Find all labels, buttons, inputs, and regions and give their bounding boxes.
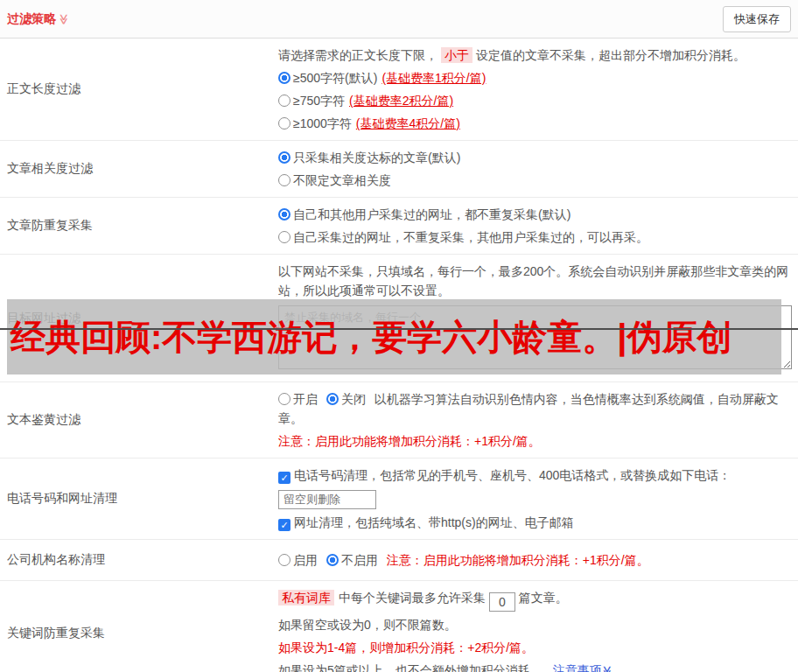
overlay-banner-text: 经典回顾:不学西游记，要学六小龄童。|伪原创 <box>10 313 732 361</box>
quick-save-button[interactable]: 快速保存 <box>723 6 791 32</box>
dedup-option-all-label: 自己和其他用户采集过的网址，都不重复采集(默认) <box>293 207 570 221</box>
radio-unchecked-icon[interactable] <box>278 554 290 566</box>
radio-checked-icon[interactable] <box>278 151 290 164</box>
company-note: 注意：启用此功能将增加积分消耗：+1积分/篇。 <box>387 553 649 567</box>
phone-clean-label: 电话号码清理，包括常见的手机号、座机号、400电话格式，或替换成如下电话： <box>294 468 731 482</box>
radio-unchecked-icon[interactable] <box>278 231 290 243</box>
porn-note: 注意：启用此功能将增加积分消耗：+1积分/篇。 <box>278 431 793 451</box>
row-content-phone-url: 电话号码清理，包括常见的手机号、座机号、400电话格式，或替换成如下电话： 网址… <box>278 458 798 539</box>
radio-checked-icon[interactable] <box>326 554 339 566</box>
checkbox-checked-icon[interactable] <box>278 519 290 531</box>
target-url-desc: 以下网站不采集，只填域名，每行一个，最多200个。系统会自动识别并屏蔽那些非文章… <box>278 262 793 300</box>
page-title[interactable]: 过滤策略 ≫ <box>7 11 70 27</box>
chevron-down-icon: ≫ <box>59 13 69 24</box>
chevron-down-icon: ≫ <box>602 665 612 672</box>
length-option-750[interactable]: ≥750字符(基础费率2积分/篇) <box>278 91 793 110</box>
relevance-option-strict-label: 只采集相关度达标的文章(默认) <box>293 150 460 164</box>
filter-strategy-page: 过滤策略 ≫ 快速保存 正文长度过滤 请选择需求的正文长度下限，小于设定值的文章… <box>0 0 798 672</box>
dedup-option-self[interactable]: 自己采集过的网址，不重复采集，其他用户采集过的，可以再采。 <box>278 228 793 247</box>
row-label-porn: 文本鉴黄过滤 <box>0 382 278 458</box>
length-intro: 请选择需求的正文长度下限，小于设定值的文章不采集，超出部分不增加积分消耗。 <box>278 46 793 65</box>
row-text-length-filter: 正文长度过滤 请选择需求的正文长度下限，小于设定值的文章不采集，超出部分不增加积… <box>0 38 798 141</box>
page-title-label: 过滤策略 <box>7 11 56 27</box>
row-content-porn: 开启 关闭 以机器学习算法自动识别色情内容，当色情概率达到系统阈值，自动屏蔽文章… <box>278 382 798 458</box>
row-company-clean: 公司机构名称清理 启用 不启用 注意：启用此功能将增加积分消耗：+1积分/篇。 <box>0 540 798 581</box>
row-label-dedup: 文章防重复采集 <box>0 198 278 254</box>
length-option-500-label: ≥500字符(默认) <box>293 71 377 85</box>
length-option-1000-label: ≥1000字符 <box>293 116 352 130</box>
relevance-option-any[interactable]: 不限定文章相关度 <box>278 171 793 190</box>
radio-checked-icon[interactable] <box>278 208 290 220</box>
radio-unchecked-icon[interactable] <box>278 174 290 186</box>
keyword-note-cost: 如果设为1-4篇，则增加积分消耗：+2积分/篇。 <box>278 638 793 657</box>
row-dedup-filter: 文章防重复采集 自己和其他用户采集过的网址，都不重复采集(默认) 自己采集过的网… <box>0 198 798 255</box>
row-label-relevance: 文章相关度过滤 <box>0 141 278 197</box>
relevance-option-any-label: 不限定文章相关度 <box>293 173 391 187</box>
keyword-count-input[interactable] <box>489 592 515 612</box>
row-content-company: 启用 不启用 注意：启用此功能将增加积分消耗：+1积分/篇。 <box>278 540 798 580</box>
private-lexicon-badge: 私有词库 <box>278 590 334 606</box>
porn-off-label: 关闭 <box>341 392 366 406</box>
keyword-note-zero: 如果留空或设为0，则不限篇数。 <box>278 615 793 634</box>
page-header: 过滤策略 ≫ 快速保存 <box>0 0 798 38</box>
length-option-500-fee: (基础费率1积分/篇) <box>382 71 486 85</box>
row-relevance-filter: 文章相关度过滤 只采集相关度达标的文章(默认) 不限定文章相关度 <box>0 141 798 198</box>
row-content-dedup: 自己和其他用户采集过的网址，都不重复采集(默认) 自己采集过的网址，不重复采集，… <box>278 198 798 254</box>
keyword-note-five: 如果设为5篇或以上，也不会额外增加积分消耗。 注意事项≫ <box>278 661 793 672</box>
notice-link[interactable]: 注意事项≫ <box>553 663 613 672</box>
row-content-relevance: 只采集相关度达标的文章(默认) 不限定文章相关度 <box>278 141 798 197</box>
url-clean-line: 网址清理，包括纯域名、带http(s)的网址、电子邮箱 <box>278 513 793 532</box>
radio-checked-icon[interactable] <box>278 72 290 84</box>
row-label-company: 公司机构名称清理 <box>0 540 278 580</box>
radio-unchecked-icon[interactable] <box>278 94 290 107</box>
length-option-750-fee: (基础费率2积分/篇) <box>349 94 453 108</box>
keyword-limit-line: 私有词库中每个关键词最多允许采集 篇文章。 <box>278 588 793 612</box>
url-clean-label: 网址清理，包括纯域名、带http(s)的网址、电子邮箱 <box>294 515 574 529</box>
relevance-option-strict[interactable]: 只采集相关度达标的文章(默认) <box>278 148 793 167</box>
row-keyword-dedup: 关键词防重复采集 私有词库中每个关键词最多允许采集 篇文章。 如果留空或设为0，… <box>0 581 798 672</box>
radio-checked-icon[interactable] <box>326 393 339 405</box>
company-off-label: 不启用 <box>341 553 378 567</box>
dedup-option-self-label: 自己采集过的网址，不重复采集，其他用户采集过的，可以再采。 <box>293 230 648 244</box>
replacement-phone-input[interactable] <box>278 490 376 509</box>
porn-on-label: 开启 <box>293 392 318 406</box>
overlay-banner: 经典回顾:不学西游记，要学六小龄童。|伪原创 <box>7 299 781 374</box>
length-intro-post: 设定值的文章不采集，超出部分不增加积分消耗。 <box>476 48 746 62</box>
row-content-text-length: 请选择需求的正文长度下限，小于设定值的文章不采集，超出部分不增加积分消耗。 ≥5… <box>278 38 798 140</box>
length-intro-highlight: 小于 <box>441 47 472 63</box>
keyword-limit-text: 中每个关键词最多允许采集 <box>339 591 486 605</box>
keyword-note-five-text: 如果设为5篇或以上，也不会额外增加积分消耗。 <box>278 663 542 672</box>
length-option-500[interactable]: ≥500字符(默认)(基础费率1积分/篇) <box>278 68 793 88</box>
radio-unchecked-icon[interactable] <box>278 117 290 130</box>
radio-unchecked-icon[interactable] <box>278 393 290 405</box>
porn-options-line: 开启 关闭 以机器学习算法自动识别色情内容，当色情概率达到系统阈值，自动屏蔽文章… <box>278 389 793 428</box>
row-label-keyword: 关键词防重复采集 <box>0 581 278 672</box>
length-option-1000[interactable]: ≥1000字符(基础费率4积分/篇) <box>278 114 793 133</box>
length-option-750-label: ≥750字符 <box>293 94 345 108</box>
keyword-limit-suffix: 篇文章。 <box>519 591 568 605</box>
notice-link-label: 注意事项 <box>553 663 602 672</box>
dedup-option-all[interactable]: 自己和其他用户采集过的网址，都不重复采集(默认) <box>278 205 793 224</box>
phone-clean-line: 电话号码清理，包括常见的手机号、座机号、400电话格式，或替换成如下电话： <box>278 466 793 509</box>
company-on-label: 启用 <box>293 553 318 567</box>
row-content-keyword: 私有词库中每个关键词最多允许采集 篇文章。 如果留空或设为0，则不限篇数。 如果… <box>278 581 798 672</box>
row-porn-filter: 文本鉴黄过滤 开启 关闭 以机器学习算法自动识别色情内容，当色情概率达到系统阈值… <box>0 382 798 458</box>
checkbox-checked-icon[interactable] <box>278 472 290 484</box>
row-label-phone-url: 电话号码和网址清理 <box>0 458 278 539</box>
banner-strike-line <box>0 328 798 330</box>
row-label-text-length: 正文长度过滤 <box>0 38 278 140</box>
length-option-1000-fee: (基础费率4积分/篇) <box>356 116 460 130</box>
company-options-line: 启用 不启用 注意：启用此功能将增加积分消耗：+1积分/篇。 <box>278 550 793 570</box>
row-phone-url-clean: 电话号码和网址清理 电话号码清理，包括常见的手机号、座机号、400电话格式，或替… <box>0 458 798 540</box>
length-intro-pre: 请选择需求的正文长度下限， <box>278 48 438 62</box>
